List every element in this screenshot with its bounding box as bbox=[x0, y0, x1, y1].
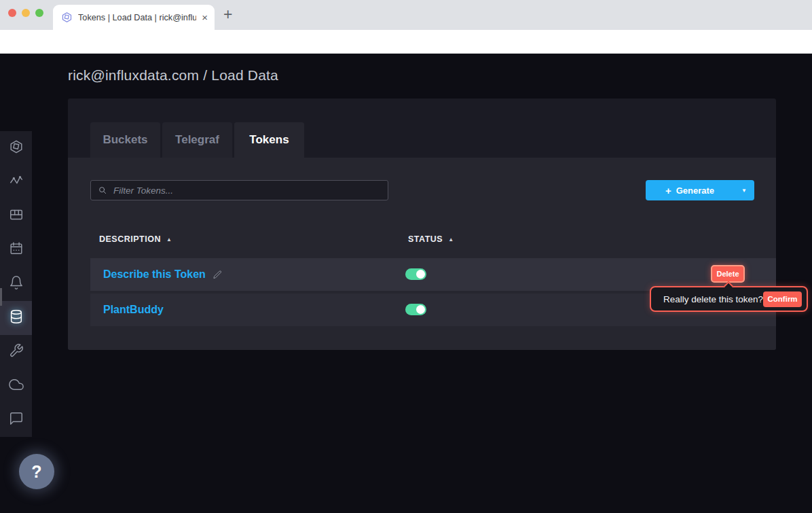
wrench-icon bbox=[9, 343, 24, 361]
sidebar-item-data-explorer[interactable] bbox=[0, 165, 32, 199]
generate-token-button[interactable]: +Generate ▼ bbox=[646, 180, 754, 200]
browser-window: Tokens | Load Data | rick@influ × + us-w… bbox=[0, 0, 812, 513]
influxdb-favicon-icon bbox=[61, 12, 73, 23]
tab-tokens[interactable]: Tokens bbox=[234, 122, 304, 158]
token-name-link[interactable]: PlantBuddy bbox=[103, 304, 164, 316]
browser-toolbar: us-west-2-1.aws.cloud2.influxdata.com/or… bbox=[0, 30, 812, 54]
sidebar-item-dashboards[interactable] bbox=[0, 199, 32, 233]
delete-confirmation-popover: Really delete this token? Confirm bbox=[650, 286, 808, 312]
help-button[interactable]: ? bbox=[19, 454, 54, 489]
tab-telegraf[interactable]: Telegraf bbox=[162, 122, 232, 158]
sidebar-item-settings[interactable] bbox=[0, 335, 32, 369]
tab-title: Tokens | Load Data | rick@influ bbox=[78, 13, 196, 22]
influxdb-app: rick@influxdata.com / Load Data bbox=[0, 54, 812, 513]
toggle-knob bbox=[416, 270, 425, 279]
toggle-knob bbox=[416, 305, 425, 314]
traffic-lights bbox=[8, 9, 43, 17]
new-tab-button[interactable]: + bbox=[223, 5, 232, 24]
sort-asc-icon: ▲ bbox=[166, 236, 172, 243]
tab-close-icon[interactable]: × bbox=[202, 12, 208, 22]
filter-tokens-field[interactable] bbox=[90, 180, 388, 200]
search-icon bbox=[98, 185, 107, 195]
token-status-toggle[interactable] bbox=[405, 304, 426, 315]
calendar-icon bbox=[9, 241, 24, 259]
influxdb-cube-icon bbox=[9, 139, 24, 157]
sidebar-item-usage[interactable] bbox=[0, 369, 32, 403]
confirm-delete-button[interactable]: Confirm bbox=[763, 291, 802, 307]
generate-label: Generate bbox=[676, 185, 714, 196]
minimize-window-button[interactable] bbox=[22, 9, 30, 17]
browser-tab[interactable]: Tokens | Load Data | rick@influ × bbox=[53, 5, 215, 30]
cloud-icon bbox=[9, 377, 24, 395]
sidebar-item-feedback[interactable] bbox=[0, 403, 32, 437]
delete-token-button[interactable]: Delete bbox=[711, 265, 745, 283]
browser-tab-strip: Tokens | Load Data | rick@influ × + bbox=[0, 0, 812, 30]
load-data-panel: Buckets Telegraf Tokens +Generate ▼ DESC… bbox=[68, 99, 776, 350]
dashboards-icon bbox=[9, 207, 24, 225]
delete-confirmation-question: Really delete this token? bbox=[663, 294, 763, 304]
database-icon bbox=[9, 309, 24, 327]
chat-icon bbox=[9, 411, 24, 429]
table-header-row: DESCRIPTION▲ STATUS▲ bbox=[90, 234, 776, 245]
generate-label-group: +Generate bbox=[646, 185, 734, 196]
sidebar-item-alerts[interactable] bbox=[0, 267, 32, 301]
zoom-window-button[interactable] bbox=[35, 9, 43, 17]
graph-icon bbox=[9, 173, 24, 191]
column-header-status[interactable]: STATUS▲ bbox=[408, 234, 454, 244]
sidebar-item-load-data[interactable] bbox=[0, 301, 32, 335]
sort-asc-icon: ▲ bbox=[448, 236, 454, 243]
tab-buckets[interactable]: Buckets bbox=[90, 122, 160, 158]
column-header-description[interactable]: DESCRIPTION▲ bbox=[99, 234, 172, 244]
chevron-down-icon[interactable]: ▼ bbox=[734, 188, 754, 194]
tokens-tab-content: +Generate ▼ DESCRIPTION▲ STATUS▲ Describ… bbox=[68, 158, 776, 350]
plus-icon: + bbox=[665, 185, 671, 196]
edit-pencil-icon[interactable] bbox=[213, 270, 223, 280]
page-title: rick@influxdata.com / Load Data bbox=[68, 67, 278, 84]
bell-icon bbox=[9, 275, 24, 293]
nav-sidebar bbox=[0, 131, 32, 437]
load-data-tabs: Buckets Telegraf Tokens bbox=[90, 122, 304, 158]
sidebar-item-home[interactable] bbox=[0, 131, 32, 165]
sidebar-item-tasks[interactable] bbox=[0, 233, 32, 267]
scrollbar-fragment bbox=[0, 288, 2, 306]
close-window-button[interactable] bbox=[8, 9, 16, 17]
token-status-toggle[interactable] bbox=[405, 268, 426, 280]
filter-tokens-input[interactable] bbox=[113, 185, 381, 196]
token-name-link[interactable]: Describe this Token bbox=[103, 268, 206, 281]
